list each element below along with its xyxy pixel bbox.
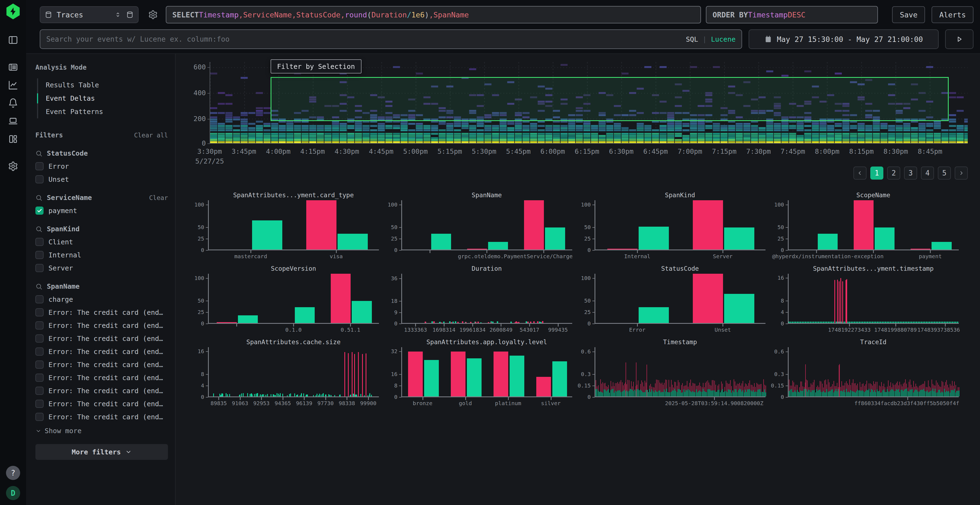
bar-green <box>431 234 451 249</box>
clear-filter-link[interactable]: Clear <box>149 194 168 201</box>
stripe-green <box>692 391 693 397</box>
x-tick-label: ff860334facdb23d3f430ff5b5050f4f <box>853 400 960 407</box>
mini-chart-status-code[interactable]: StatusCode02550100ErrorUnset <box>577 261 768 335</box>
rail-panel-left-button[interactable] <box>6 33 20 46</box>
rail-layout-dashboard-button[interactable] <box>6 132 20 146</box>
mini-chart-trace-id[interactable]: TraceId00.150.30.6ff860334facdb23d3f430f… <box>770 335 961 408</box>
language-lucene[interactable]: Lucene <box>711 35 735 43</box>
mini-chart-span-kind[interactable]: SpanKind02550100InternalServer <box>577 188 768 261</box>
filter-option-error-the-credit-card-end[interactable]: Error: The credit card (end… <box>35 400 168 408</box>
chart-title: SpanName <box>401 192 572 199</box>
mini-chart-span-name[interactable]: SpanName02550100grpc.oteldemo.PaymentSer… <box>384 188 574 261</box>
mini-chart-scope-version[interactable]: ScopeVersion025501000.1.00.51.1 <box>191 261 381 335</box>
checkbox-unchecked[interactable] <box>35 321 43 329</box>
filter-option-error-the-credit-card-end[interactable]: Error: The credit card (end… <box>35 413 168 421</box>
save-button[interactable]: Save <box>892 6 925 23</box>
page-button-2[interactable]: 2 <box>887 167 900 179</box>
source-select[interactable]: Traces <box>40 6 138 23</box>
query-settings-button[interactable] <box>146 8 160 22</box>
page-prev-button[interactable] <box>853 167 867 179</box>
fleck <box>457 322 459 323</box>
checkbox-unchecked[interactable] <box>35 348 43 356</box>
filter-option-error-the-credit-card-end[interactable]: Error: The credit card (end… <box>35 321 168 329</box>
mini-chart-scope-name[interactable]: ScopeName02550100@hyperdx/instrumentatio… <box>770 188 961 261</box>
page-button-3[interactable]: 3 <box>904 167 917 179</box>
clear-all-filters-link[interactable]: Clear all <box>134 132 168 139</box>
page-button-5[interactable]: 5 <box>938 167 951 179</box>
mini-chart-loyalty-level[interactable]: SpanAttributes.app.loyalty.level081632br… <box>384 335 574 408</box>
checkbox-unchecked[interactable] <box>35 373 43 382</box>
checkbox-checked[interactable] <box>35 206 43 215</box>
filter-by-selection-tooltip[interactable]: Filter by Selection <box>270 59 361 73</box>
mini-chart-card-type[interactable]: SpanAttributes...yment.card_type02550100… <box>191 188 381 261</box>
analysis-mode-results-table[interactable]: Results Table <box>38 78 168 92</box>
filter-option-error-the-credit-card-end[interactable]: Error: The credit card (end… <box>35 387 168 395</box>
stripe-green <box>704 391 705 397</box>
heatmap-selection-rect[interactable] <box>270 77 949 121</box>
rail-laptop-button[interactable] <box>6 114 20 128</box>
filter-option-server[interactable]: Server <box>35 264 168 272</box>
select-query-input[interactable]: SELECT Timestamp,ServiceName,StatusCode,… <box>166 6 701 24</box>
filter-option-error-the-credit-card-end[interactable]: Error: The credit card (end… <box>35 360 168 369</box>
language-sql[interactable]: SQL <box>686 35 698 43</box>
filter-option-internal[interactable]: Internal <box>35 251 168 259</box>
stripe-green <box>923 389 924 397</box>
checkbox-unchecked[interactable] <box>35 238 43 246</box>
x-tick-label: 91063 <box>232 400 248 407</box>
filter-option-unset[interactable]: Unset <box>35 175 168 183</box>
mini-chart-timestamp[interactable]: Timestamp00.150.30.62025-05-28T03:59:14.… <box>577 335 768 408</box>
stripe-green <box>631 389 632 397</box>
stripe-green <box>727 392 727 397</box>
mini-chart-cache-size[interactable]: SpanAttributes.cache.size048168983591063… <box>191 335 381 408</box>
rail-logs-button[interactable] <box>6 61 20 74</box>
page-button-4[interactable]: 4 <box>921 167 934 179</box>
page-button-1[interactable]: 1 <box>870 167 883 179</box>
user-avatar[interactable]: D <box>6 486 20 500</box>
stripe-green <box>910 390 910 397</box>
filter-option-error[interactable]: Error <box>35 162 168 170</box>
stripe-green <box>830 391 830 397</box>
filter-option-charge[interactable]: charge <box>35 295 168 303</box>
run-query-button[interactable] <box>945 29 974 49</box>
help-button[interactable]: ? <box>6 466 20 480</box>
filter-option-client[interactable]: Client <box>35 238 168 246</box>
stripe-green <box>922 390 923 397</box>
hyperdx-logo[interactable] <box>6 3 21 19</box>
checkbox-unchecked[interactable] <box>35 334 43 343</box>
stripe-green <box>879 391 880 397</box>
rail-gear-button[interactable] <box>6 160 20 173</box>
filter-option-payment[interactable]: payment <box>35 206 168 215</box>
checkbox-unchecked[interactable] <box>35 360 43 369</box>
stripe-green <box>675 391 676 397</box>
stripe-green <box>723 392 724 397</box>
filter-option-error-the-credit-card-end[interactable]: Error: The credit card (end… <box>35 348 168 356</box>
checkbox-unchecked[interactable] <box>35 175 43 183</box>
stripe-green <box>708 389 708 397</box>
checkbox-unchecked[interactable] <box>35 162 43 170</box>
mini-chart-duration[interactable]: Duration09183613333631698314199618342600… <box>384 261 574 335</box>
page-next-button[interactable] <box>955 167 968 179</box>
checkbox-unchecked[interactable] <box>35 295 43 303</box>
more-filters-button[interactable]: More filters <box>35 444 168 460</box>
filter-option-error-the-credit-card-end[interactable]: Error: The credit card (end… <box>35 334 168 343</box>
stripe-green <box>599 392 600 397</box>
date-range-picker[interactable]: May 27 15:30:00 - May 27 21:00:00 <box>749 29 939 49</box>
order-by-input[interactable]: ORDER BY Timestamp DESC <box>706 6 878 24</box>
rail-bell-button[interactable] <box>6 97 20 110</box>
analysis-mode-event-deltas[interactable]: Event Deltas <box>38 92 168 105</box>
checkbox-unchecked[interactable] <box>35 251 43 259</box>
filter-option-error-the-credit-card-end[interactable]: Error: The credit card (end… <box>35 308 168 316</box>
checkbox-unchecked[interactable] <box>35 308 43 316</box>
show-more-link[interactable]: Show more <box>35 427 168 435</box>
filter-option-error-the-credit-card-end[interactable]: Error: The credit card (end… <box>35 373 168 382</box>
mini-chart-payment-timestamp[interactable]: SpanAttributes...yment.timestamp04816174… <box>770 261 961 335</box>
checkbox-unchecked[interactable] <box>35 264 43 272</box>
checkbox-unchecked[interactable] <box>35 413 43 421</box>
analysis-mode-event-patterns[interactable]: Event Patterns <box>38 105 168 118</box>
alerts-button[interactable]: Alerts <box>932 6 974 23</box>
checkbox-unchecked[interactable] <box>35 387 43 395</box>
events-heatmap[interactable]: Filter by Selection 6004002000 <box>210 62 968 144</box>
rail-line-chart-button[interactable] <box>6 79 20 92</box>
search-input[interactable] <box>46 35 681 43</box>
checkbox-unchecked[interactable] <box>35 400 43 408</box>
